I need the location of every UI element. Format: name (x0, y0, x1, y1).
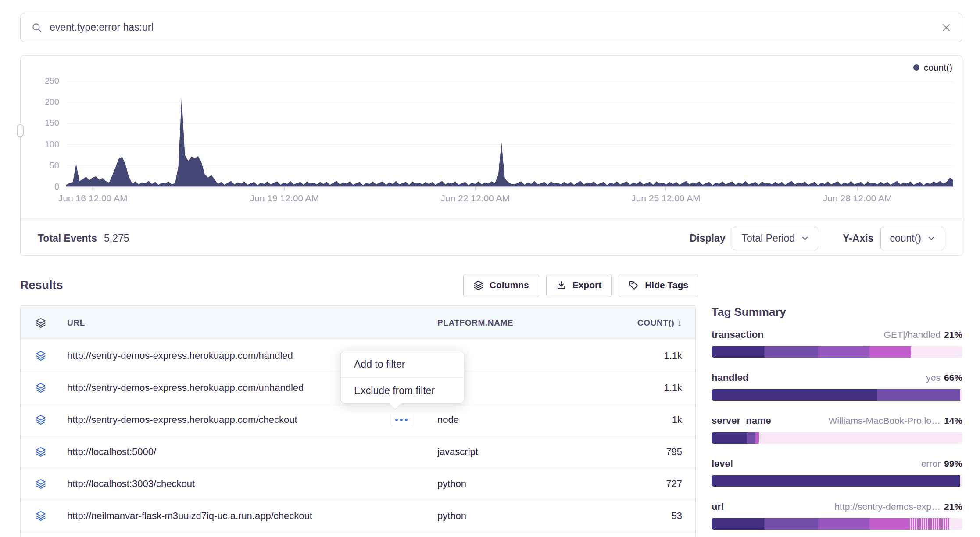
y-axis-labels: 050100150200250 (21, 77, 59, 191)
count-cell[interactable]: 727 (622, 478, 695, 490)
tag-bar-segment[interactable] (877, 389, 961, 401)
url-text: http://localhost:3003/checkout (67, 478, 195, 489)
tag-icon (629, 280, 639, 290)
y-axis-tick: 0 (21, 182, 59, 192)
url-cell[interactable]: http://sentry-demos-express.herokuapp.co… (49, 414, 433, 426)
x-axis-tick: Jun 16 12:00 AM (58, 193, 128, 204)
tag-bar-segment[interactable] (960, 475, 962, 487)
y-axis-tick: 250 (21, 76, 59, 86)
yaxis-dropdown[interactable]: count() (880, 227, 944, 250)
chart-footer: Total Events 5,275 Display Total Period … (21, 220, 962, 256)
count-cell[interactable]: 53 (622, 510, 695, 522)
row-layers-icon-cell (21, 511, 49, 521)
tag-head: server_nameWilliams-MacBook-Pro.lo…14% (712, 415, 962, 426)
column-header-platform[interactable]: PLATFORM.NAME (433, 318, 622, 328)
tag-head: handledyes66% (712, 372, 962, 383)
x-axis-tick: Jun 19 12:00 AM (250, 193, 319, 204)
display-dropdown[interactable]: Total Period (733, 227, 818, 250)
area-chart-plot[interactable] (66, 77, 953, 191)
tag-bar-segment[interactable] (960, 389, 962, 401)
display-dropdown-value: Total Period (742, 233, 795, 244)
hide-tags-button-label: Hide Tags (645, 280, 688, 290)
table-row[interactable]: http://localhost:5000/javascript795 (21, 436, 695, 468)
tag-bar-segment[interactable] (712, 475, 960, 487)
tag-block-transaction: transactionGET|/handled21% (712, 329, 962, 358)
x-axis-tick: Jun 28 12:00 AM (823, 193, 892, 204)
cell-action-menu: Add to filter Exclude from filter (340, 351, 464, 404)
url-text: http://sentry-demos-express.herokuapp.co… (67, 382, 304, 393)
chart-legend[interactable]: count() (21, 56, 962, 73)
tag-bar-segment[interactable] (712, 389, 877, 401)
table-row[interactable]: http://sentry-demos-express.herokuapp.co… (21, 404, 695, 436)
table-row[interactable]: http://neilmanvar-flask-m3uuizd7iq-uc.a.… (21, 500, 695, 532)
discover-page: count() 050100150200250 Jun 16 12:00 AMJ… (0, 0, 980, 537)
url-cell[interactable]: http://localhost:5000/ (49, 446, 433, 458)
tag-distribution-bar[interactable] (712, 475, 962, 487)
count-cell[interactable]: 1.1k (622, 382, 695, 394)
column-header-count[interactable]: COUNT() ↓ (622, 317, 695, 329)
platform-cell[interactable]: python (433, 478, 622, 490)
tag-block-server_name: server_nameWilliams-MacBook-Pro.lo…14% (712, 415, 962, 444)
export-button[interactable]: Export (546, 274, 612, 297)
url-cell[interactable]: http://neilmanvar-flask-m3uuizd7iq-uc.a.… (49, 510, 433, 522)
x-axis-tick: Jun 22 12:00 AM (440, 193, 510, 204)
tag-distribution-bar[interactable] (712, 518, 962, 530)
count-cell[interactable]: 1.1k (622, 350, 695, 362)
tag-block-url: urlhttp://sentry-demos-exp…21% (712, 501, 962, 530)
search-bar (20, 13, 962, 42)
tag-bar-segment[interactable] (818, 518, 869, 530)
columns-button[interactable]: Columns (463, 274, 539, 297)
tag-list: transactionGET|/handled21%handledyes66%s… (712, 329, 962, 537)
platform-cell[interactable]: python (433, 510, 622, 522)
tag-bar-segment[interactable] (764, 346, 818, 358)
table-toolbar: Columns Export Hide Tags (463, 274, 698, 297)
cell-actions-ellipsis-button[interactable] (392, 414, 411, 426)
tag-head: levelerror99% (712, 458, 962, 469)
column-header-url[interactable]: URL (49, 318, 433, 328)
y-axis-tick: 150 (21, 118, 59, 128)
tag-bar-segment[interactable] (747, 432, 755, 444)
platform-cell[interactable]: javascript (433, 446, 622, 458)
table-row[interactable]: http://localhost:3003/checkoutpython727 (21, 468, 695, 500)
tag-bar-segment[interactable] (712, 432, 747, 444)
tag-name: handled (712, 372, 748, 383)
tag-bar-segment[interactable] (869, 346, 911, 358)
tag-distribution-bar[interactable] (712, 389, 962, 401)
menu-item-exclude-from-filter[interactable]: Exclude from filter (341, 377, 464, 403)
export-button-label: Export (572, 280, 602, 290)
tag-bar-segment[interactable] (911, 346, 962, 358)
tag-top-percent: 14% (944, 415, 962, 426)
layers-icon (36, 383, 46, 393)
layers-icon (36, 511, 46, 521)
tag-bar-segment[interactable] (759, 432, 962, 444)
tag-bar-segment[interactable] (712, 518, 764, 530)
tag-name: server_name (712, 415, 771, 426)
tag-block-level: levelerror99% (712, 458, 962, 487)
row-layers-icon-cell (21, 383, 49, 393)
tag-top-value: GET|/handled (884, 329, 941, 340)
platform-cell[interactable]: node (433, 414, 622, 426)
hide-tags-button[interactable]: Hide Tags (619, 274, 698, 297)
tag-distribution-bar[interactable] (712, 346, 962, 358)
tag-bar-segment[interactable] (712, 346, 764, 358)
table-header-row: URL PLATFORM.NAME COUNT() ↓ (21, 306, 695, 340)
chevron-down-icon (927, 234, 935, 242)
tag-bar-segment[interactable] (869, 518, 908, 530)
tag-distribution-bar[interactable] (712, 432, 962, 444)
tag-bar-segment[interactable] (950, 518, 962, 530)
count-cell[interactable]: 1k (622, 414, 695, 426)
count-cell[interactable]: 795 (622, 446, 695, 458)
tag-top-percent: 21% (944, 329, 962, 340)
tag-top-percent: 99% (944, 458, 962, 469)
tag-bar-segment[interactable] (764, 518, 818, 530)
clear-search-icon[interactable] (941, 22, 951, 33)
url-cell[interactable]: http://localhost:3003/checkout (49, 478, 433, 490)
tag-bar-segment[interactable] (818, 346, 869, 358)
search-input[interactable] (50, 21, 941, 33)
tag-top-value: Williams-MacBook-Pro.lo… (828, 415, 941, 426)
menu-item-add-to-filter[interactable]: Add to filter (341, 351, 464, 377)
tag-bar-segment[interactable] (908, 518, 950, 530)
row-layers-icon-cell (21, 351, 49, 361)
columns-button-label: Columns (490, 280, 529, 290)
tag-bar-segment[interactable] (755, 432, 758, 444)
